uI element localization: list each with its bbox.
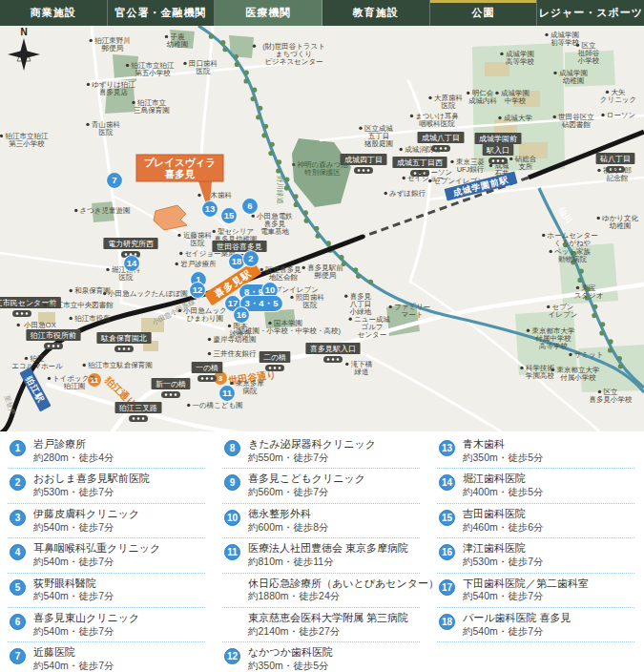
list-item: 18パール歯科医院 喜多見約540m・徒歩7分 xyxy=(437,608,634,642)
compass-n-label: N xyxy=(20,27,27,37)
item-number-badge: 2 xyxy=(10,474,26,491)
category-tab-6[interactable]: レジャー・スポーツ xyxy=(537,0,644,26)
facility-distance: 約810m・徒歩11分 xyxy=(248,556,420,569)
poi-label: 聖セシリア喜多見幼稚園 xyxy=(215,227,258,243)
map-marker-6[interactable]: 6 xyxy=(242,199,259,215)
list-column-2: 8きたみ泌尿器科クリニック約550m・徒歩7分9喜多見こどもクリニック約560m… xyxy=(215,431,429,672)
svg-text:狛江三叉路: 狛江三叉路 xyxy=(118,404,157,412)
map-marker-13[interactable]: 13 xyxy=(202,201,218,218)
poi-label: みずほ銀行 xyxy=(389,189,426,198)
svg-text:駄倉保育園北: 駄倉保育園北 xyxy=(100,334,147,343)
facility-distance: 約540m・徒歩7分 xyxy=(463,625,634,639)
tab-label: 官公署・金融機関 xyxy=(115,6,207,20)
facility-distance: 約350m・徒歩5分 xyxy=(248,660,420,672)
svg-text:成城五丁目西: 成城五丁目西 xyxy=(397,158,443,167)
facility-distance: 約280m・徒歩4分 xyxy=(33,452,205,465)
list-item: 1岩戸診療所約280m・徒歩4分 xyxy=(8,434,205,469)
item-number-badge: 4 xyxy=(10,544,26,560)
list-item: 14堀江歯科医院約400m・徒歩5分 xyxy=(437,469,634,503)
item-number-badge: 14 xyxy=(439,474,455,491)
poi-label: 狛江市立狛江第五小学校 xyxy=(132,61,176,77)
poi-label: 小田急ムックたんぽぽ園 xyxy=(107,289,188,298)
svg-text:6: 6 xyxy=(247,200,252,211)
tab-label: 教育施設 xyxy=(353,6,399,20)
svg-text:16: 16 xyxy=(237,309,247,320)
poi-label: 東京三菱UFJ銀行 xyxy=(456,158,485,174)
poi-label: 狛江市立中央図書館 xyxy=(49,301,114,309)
item-number-badge: 15 xyxy=(439,510,455,526)
list-item: 9喜多見こどもクリニック約560m・徒歩7分 xyxy=(222,469,420,503)
poi-label: サミット xyxy=(574,350,604,359)
facility-name: 吉田歯科医院 xyxy=(463,508,634,521)
map-marker-11[interactable]: 11 xyxy=(219,386,236,402)
facility-name: 荻野眼科醫院 xyxy=(33,578,205,591)
category-tab-3[interactable]: 医療機関 xyxy=(215,0,322,26)
svg-text:17: 17 xyxy=(228,298,239,308)
category-tab-4[interactable]: 教育施設 xyxy=(322,0,430,26)
poi-label: 喜多見八丁目小緑地 xyxy=(349,292,372,316)
svg-text:新一の橋: 新一の橋 xyxy=(156,380,186,388)
map-marker-7[interactable]: 7 xyxy=(107,173,123,189)
facility-distance: 約350m・徒歩5分 xyxy=(463,452,634,465)
poi-label: 小田急OX xyxy=(23,321,55,329)
svg-text:電力研究所西: 電力研究所西 xyxy=(108,240,154,248)
facility-name: 徳永整形外科 xyxy=(248,508,420,521)
item-number-badge: 3 xyxy=(10,510,26,526)
item-number-badge: 16 xyxy=(439,544,455,560)
map-marker-15[interactable]: 15 xyxy=(221,208,238,224)
facility-distance: 約540m・徒歩7分 xyxy=(33,521,205,535)
facility-distance: 約540m・徒歩7分 xyxy=(33,660,205,672)
facility-distance: 約540m・徒歩7分 xyxy=(463,590,634,603)
facility-name: 耳鼻咽喉科弘重クリニック xyxy=(33,542,205,556)
item-number-badge: 5 xyxy=(10,579,26,596)
list-item: 11医療法人社団豊徳会 東京多摩病院約810m・徒歩11分 xyxy=(222,538,420,573)
svg-text:3・4・5: 3・4・5 xyxy=(245,298,280,308)
svg-text:成城八丁目: 成城八丁目 xyxy=(422,134,460,142)
list-item: 12なかつか歯科医院約350m・徒歩5分 xyxy=(222,642,420,672)
svg-text:18: 18 xyxy=(232,256,242,266)
map-marker-14[interactable]: 14 xyxy=(124,256,140,272)
tab-label: 医療機関 xyxy=(245,6,291,20)
map-marker-12[interactable]: 12 xyxy=(190,283,206,299)
list-item: 13青木歯科約350m・徒歩5分 xyxy=(437,434,634,469)
list-item: 15吉田歯科医院約460m・徒歩6分 xyxy=(437,504,634,538)
poi-label: ペット家族動物病院 xyxy=(554,247,592,263)
poi-label: 成城学園幼稚園 xyxy=(559,69,588,85)
item-number-badge: 10 xyxy=(224,510,240,526)
list-item: 3伊藤皮膚科クリニック約540m・徒歩7分 xyxy=(8,504,205,538)
map-marker-16[interactable]: 16 xyxy=(234,307,250,324)
facility-name: 喜多見東山クリニック xyxy=(33,612,205,625)
poi-label: ホームセンターくろがねや xyxy=(547,231,597,247)
facility-distance: 約1880m・徒歩24分 xyxy=(248,590,420,603)
list-item: 東京慈恵会医科大学附属 第三病院約2140m・徒歩27分 xyxy=(222,608,420,642)
map-marker-18[interactable]: 18 xyxy=(229,254,245,270)
poi-label: 成城大学 xyxy=(504,114,533,122)
item-number-badge: 6 xyxy=(10,614,26,630)
poi-label: 東京都立大学付属小学校 xyxy=(557,366,601,382)
facility-name: 近藤医院 xyxy=(33,646,205,660)
poi-label: 明仁会成城内科 xyxy=(468,89,498,105)
tab-label: 公園 xyxy=(472,6,495,20)
category-tab-5[interactable]: 公園 xyxy=(430,0,538,26)
svg-text:成城四丁目: 成城四丁目 xyxy=(344,156,383,164)
svg-text:15: 15 xyxy=(224,210,235,220)
poi-label: 成城学園初等学校 xyxy=(551,31,580,47)
map-label: 野川緑道 xyxy=(276,176,284,205)
category-tab-1[interactable]: 商業施設 xyxy=(0,0,108,26)
poi-label: 区立喜多見地区会館 xyxy=(265,265,301,282)
facility-distance: 約460m・徒歩6分 xyxy=(463,521,634,535)
item-number-badge: 18 xyxy=(439,614,455,630)
poi-label: 狛江市役所 xyxy=(74,314,111,323)
map-marker-2[interactable]: 2 xyxy=(243,251,260,267)
facility-name: 岩戸診療所 xyxy=(33,438,205,452)
category-tab-2[interactable]: 官公署・金融機関 xyxy=(108,0,216,26)
facility-name: 青木歯科 xyxy=(463,438,634,452)
poi-label: セブンイレブン xyxy=(549,303,578,319)
facility-name: 休日応急診療所（あいとぴあセンター） xyxy=(248,578,420,591)
poi-label: 狛江市立狛江第三小学校 xyxy=(6,132,50,148)
item-number-badge: 17 xyxy=(439,579,455,596)
poi-label: さつき児童遊園 xyxy=(79,206,130,215)
facility-distance: 約400m・徒歩5分 xyxy=(463,486,634,499)
facility-distance: 約600m・徒歩8分 xyxy=(248,521,420,535)
facility-name: 東京慈恵会医科大学附属 第三病院 xyxy=(248,612,420,625)
